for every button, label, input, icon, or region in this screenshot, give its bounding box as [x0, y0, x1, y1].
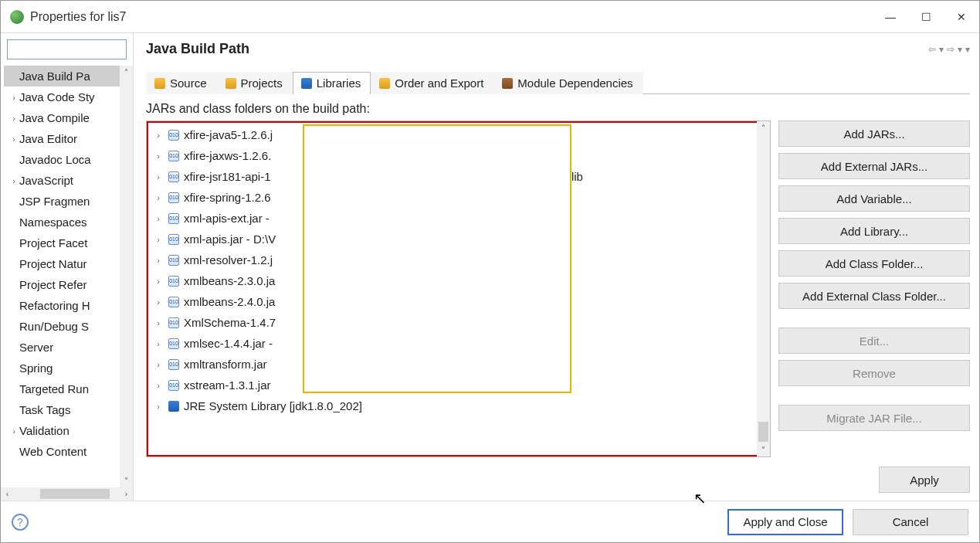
nav-item-label: Task Tags — [19, 403, 70, 416]
scroll-right-icon[interactable]: › — [120, 487, 133, 501]
tree-scrollbar-vertical[interactable]: ˄ ˅ — [757, 121, 770, 456]
jar-entry[interactable]: ›010xfire-jaxws-1.2.6.ib — [148, 145, 768, 166]
jar-name-left: xfire-java5-1.2.6.j — [184, 128, 273, 141]
maximize-button[interactable]: ☐ — [908, 5, 944, 29]
jar-entry[interactable]: ›010xfire-jsr181-api-1B-INF\lib — [148, 166, 768, 187]
jar-icon: 010 — [168, 317, 179, 328]
jar-entry[interactable]: ›010xml-apis-ext.jar - — [148, 208, 768, 229]
nav-item[interactable]: Namespaces — [4, 212, 133, 232]
expand-icon[interactable]: › — [8, 176, 19, 185]
tab-source[interactable]: Source — [146, 72, 217, 94]
nav-item[interactable]: Project Facet — [4, 232, 133, 253]
expand-icon[interactable]: › — [153, 381, 164, 390]
scroll-up-icon[interactable]: ˄ — [120, 66, 133, 79]
jar-entry[interactable]: ›010xml-apis.jar - D:\V — [148, 229, 768, 249]
jar-entry[interactable]: ›010xml-resolver-1.2.jib — [148, 249, 768, 270]
nav-item[interactable]: Spring — [4, 358, 133, 378]
nav-item[interactable]: ›JavaScript — [4, 170, 133, 191]
nav-item[interactable]: Java Build Pa — [4, 66, 133, 87]
nav-item[interactable]: JSP Fragmen — [4, 191, 133, 212]
scroll-down-icon[interactable]: ˅ — [120, 474, 133, 487]
nav-item[interactable]: Task Tags — [4, 399, 133, 420]
expand-icon[interactable]: › — [153, 360, 164, 369]
jar-entry[interactable]: ›010xmltransform.jar — [148, 354, 768, 375]
nav-item[interactable]: ›Java Editor — [4, 128, 133, 149]
jar-entry[interactable]: ›010xmlbeans-2.3.0.jaɔ — [148, 270, 768, 291]
expand-icon[interactable]: › — [153, 277, 164, 286]
expand-icon[interactable]: › — [153, 297, 164, 307]
expand-icon[interactable]: › — [153, 193, 164, 202]
nav-item[interactable]: Project Refer — [4, 274, 133, 295]
expand-icon[interactable]: › — [8, 93, 19, 102]
add-class-folder-button[interactable]: Add Class Folder... — [778, 250, 970, 277]
nav-item-label: Project Natur — [19, 257, 87, 270]
tabs: Source Projects Libraries Order and Expo… — [146, 71, 970, 94]
forward-menu-icon[interactable]: ▾ — [958, 44, 962, 55]
nav-item[interactable]: Web Content — [4, 441, 133, 462]
nav-item[interactable]: Project Natur — [4, 253, 133, 274]
expand-icon[interactable]: › — [153, 339, 164, 348]
expand-icon[interactable]: › — [153, 402, 164, 411]
scroll-thumb[interactable] — [40, 489, 110, 499]
expand-icon[interactable]: › — [153, 131, 164, 140]
expand-icon[interactable]: › — [153, 318, 164, 327]
add-variable-button[interactable]: Add Variable... — [778, 185, 970, 212]
nav-item[interactable]: Server — [4, 337, 133, 358]
jar-name-left: xfire-jsr181-api-1 — [184, 170, 271, 183]
tab-projects[interactable]: Projects — [217, 72, 293, 94]
scroll-up-icon[interactable]: ˄ — [757, 121, 770, 134]
nav-item[interactable]: Run/Debug S — [4, 316, 133, 337]
nav-scrollbar-horizontal[interactable]: ‹ › — [1, 487, 133, 501]
scroll-down-icon[interactable]: ˅ — [757, 443, 770, 456]
close-button[interactable]: ✕ — [944, 5, 979, 29]
jar-tree[interactable]: ›010xfire-java5-1.2.6.jib›010xfire-jaxws… — [146, 120, 771, 457]
jar-entry[interactable]: ›010xstream-1.3.1.jar — [148, 375, 768, 395]
cancel-button[interactable]: Cancel — [853, 509, 968, 535]
nav-item[interactable]: Javadoc Loca — [4, 149, 133, 170]
tab-libraries[interactable]: Libraries — [293, 72, 371, 94]
back-icon[interactable]: ⇦ — [928, 44, 936, 55]
jar-entry[interactable]: ›010xmlsec-1.4.4.jar - — [148, 333, 768, 354]
view-menu-icon[interactable]: ▾ — [965, 44, 970, 55]
back-menu-icon[interactable]: ▾ — [939, 44, 944, 55]
tab-order-export[interactable]: Order and Export — [371, 72, 493, 94]
forward-icon[interactable]: ⇨ — [947, 44, 955, 55]
add-jars-button[interactable]: Add JARs... — [778, 120, 970, 147]
filter-input[interactable] — [7, 39, 127, 59]
jar-name-right: ib — [540, 253, 549, 266]
expand-icon[interactable]: › — [153, 214, 164, 223]
apply-and-close-button[interactable]: Apply and Close — [727, 509, 843, 535]
expand-icon[interactable]: › — [8, 114, 19, 123]
jar-entry[interactable]: ›010xmlbeans-2.4.0.jaɔ — [148, 291, 768, 312]
expand-icon[interactable]: › — [153, 151, 164, 161]
nav-item[interactable]: Targeted Run — [4, 378, 133, 399]
order-export-icon — [379, 78, 390, 89]
module-deps-icon — [502, 78, 513, 89]
nav-item[interactable]: ›Java Compile — [4, 107, 133, 128]
add-library-button[interactable]: Add Library... — [778, 218, 970, 244]
expand-icon[interactable]: › — [153, 172, 164, 182]
scroll-left-icon[interactable]: ‹ — [1, 487, 14, 501]
nav-item[interactable]: ›Validation — [4, 420, 133, 441]
page-title: Java Build Path — [146, 41, 928, 57]
tab-module-deps[interactable]: Module Dependencies — [493, 72, 643, 94]
apply-button[interactable]: Apply — [879, 467, 970, 493]
scroll-thumb[interactable] — [758, 422, 768, 442]
expand-icon[interactable]: › — [8, 426, 19, 436]
add-external-class-folder-button[interactable]: Add External Class Folder... — [778, 283, 970, 309]
expand-icon[interactable]: › — [153, 235, 164, 244]
nav-item[interactable]: ›Java Code Sty — [4, 87, 133, 107]
expand-icon[interactable]: › — [153, 256, 164, 265]
jar-entry[interactable]: ›010xfire-spring-1.2.6\lib — [148, 187, 768, 208]
expand-icon[interactable]: › — [8, 134, 19, 144]
jre-library-entry[interactable]: ›JRE System Library [jdk1.8.0_202] — [148, 395, 768, 416]
nav-item[interactable]: Refactoring H — [4, 295, 133, 316]
jar-entry[interactable]: ›010XmlSchema-1.4.7\lib — [148, 312, 768, 333]
help-icon[interactable]: ? — [12, 514, 29, 531]
nav-tree[interactable]: Java Build Pa›Java Code Sty›Java Compile… — [1, 66, 133, 487]
nav-item-label: Project Facet — [19, 236, 87, 249]
add-external-jars-button[interactable]: Add External JARs... — [778, 153, 970, 179]
nav-scrollbar-vertical[interactable]: ˄ ˅ — [120, 66, 133, 487]
minimize-button[interactable]: — — [873, 5, 908, 29]
jar-entry[interactable]: ›010xfire-java5-1.2.6.jib — [148, 124, 768, 145]
